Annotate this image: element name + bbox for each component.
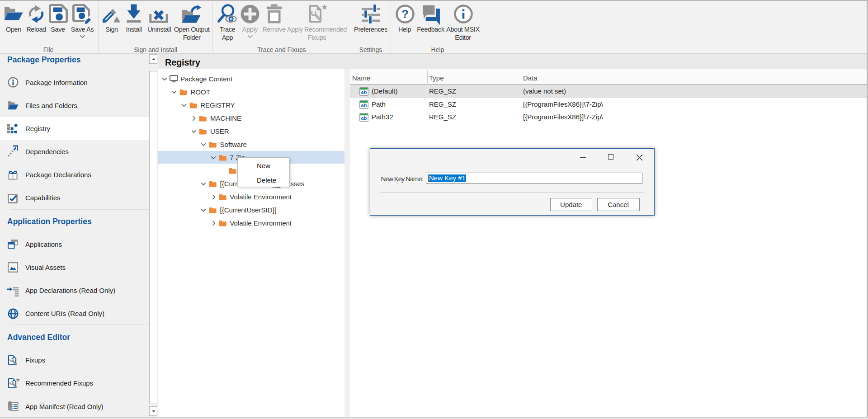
svg-text:ab: ab xyxy=(361,115,367,121)
svg-text:ab: ab xyxy=(361,89,367,95)
svg-text:ab: ab xyxy=(361,102,367,108)
svg-text:?: ? xyxy=(401,7,409,21)
